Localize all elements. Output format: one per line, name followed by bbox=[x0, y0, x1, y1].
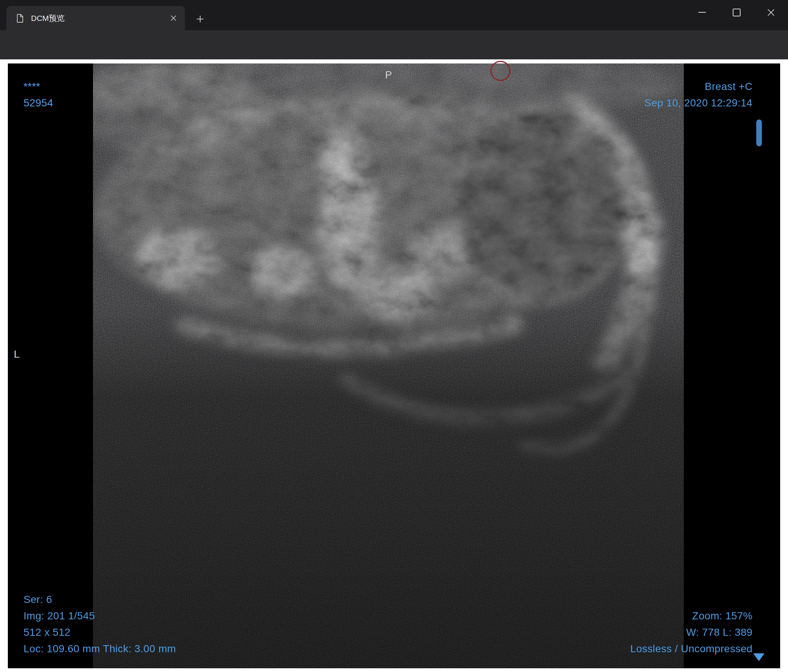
image-matrix: 512 x 512 bbox=[24, 624, 176, 640]
close-button[interactable] bbox=[754, 0, 788, 25]
new-tab-button[interactable] bbox=[192, 11, 208, 27]
scroll-down-arrow-icon[interactable] bbox=[753, 653, 764, 661]
orientation-marker-posterior: P bbox=[385, 69, 392, 81]
compression-info: Lossless / Uncompressed bbox=[631, 640, 753, 657]
close-icon bbox=[767, 9, 775, 16]
series-scrollbar-thumb[interactable] bbox=[756, 119, 762, 146]
slice-location: Loc: 109.60 mm Thick: 3.00 mm bbox=[24, 640, 176, 657]
patient-mask: **** bbox=[24, 78, 53, 95]
tab-close-icon[interactable] bbox=[167, 12, 180, 25]
browser-tab[interactable]: DCM预览 bbox=[6, 6, 185, 30]
study-datetime: Sep 10, 2020 12:29:14 bbox=[644, 95, 753, 111]
dicom-viewer-canvas[interactable]: **** 52954 P Breast +C Sep 10, 2020 12:2… bbox=[8, 63, 780, 668]
tab-title: DCM预览 bbox=[31, 13, 167, 24]
minimize-icon bbox=[698, 12, 706, 13]
page-content: **** 52954 P Breast +C Sep 10, 2020 12:2… bbox=[0, 59, 788, 672]
maximize-icon bbox=[733, 9, 740, 16]
image-number: Img: 201 1/545 bbox=[24, 608, 176, 624]
patient-info-overlay: **** 52954 bbox=[24, 78, 53, 111]
minimize-button[interactable] bbox=[685, 0, 719, 25]
orientation-marker-left: L bbox=[14, 348, 20, 361]
series-info-overlay: Ser: 6 Img: 201 1/545 512 x 512 Loc: 109… bbox=[24, 591, 176, 657]
zoom-level: Zoom: 157% bbox=[631, 608, 753, 624]
browser-window: DCM预览 bbox=[0, 0, 788, 672]
mri-image bbox=[8, 63, 780, 668]
title-bar: DCM预览 bbox=[0, 0, 788, 30]
patient-id: 52954 bbox=[24, 95, 53, 111]
series-number: Ser: 6 bbox=[24, 591, 176, 608]
document-icon bbox=[14, 13, 25, 24]
window-controls bbox=[685, 0, 788, 25]
window-level: W: 778 L: 389 bbox=[631, 624, 753, 640]
study-label: Breast +C bbox=[644, 78, 753, 95]
display-info-overlay: Zoom: 157% W: 778 L: 389 Lossless / Unco… bbox=[631, 608, 753, 657]
maximize-button[interactable] bbox=[719, 0, 754, 25]
study-info-overlay: Breast +C Sep 10, 2020 12:29:14 bbox=[644, 78, 753, 111]
navigation-bar: https://file.kkview.cn/onlinePreview?url… bbox=[0, 30, 788, 59]
annotation-circle bbox=[490, 61, 510, 81]
